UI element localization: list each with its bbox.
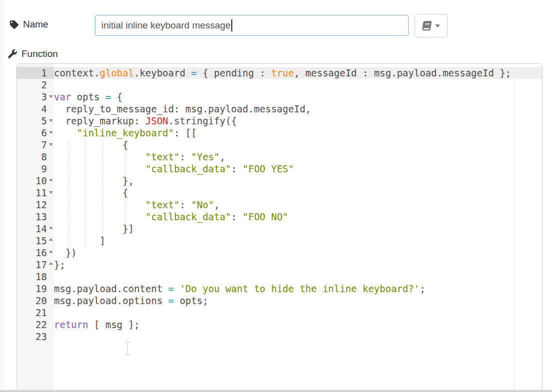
code-token: {: [54, 139, 128, 150]
name-label-group: Name: [10, 19, 48, 30]
indent-guide: [102, 223, 103, 234]
line-number: 1: [41, 67, 47, 78]
code-line[interactable]: var opts = {: [54, 91, 542, 103]
gutter-line-number[interactable]: 18: [17, 271, 54, 283]
code-line[interactable]: {: [54, 139, 542, 151]
gutter-line-number[interactable]: 17: [17, 259, 54, 271]
gutter-line-number[interactable]: 2: [17, 79, 54, 91]
gutter-line-number[interactable]: 23: [17, 331, 54, 343]
gutter-line-number[interactable]: 9: [17, 163, 54, 175]
fold-open-icon[interactable]: [49, 119, 53, 122]
code-line[interactable]: ]: [54, 235, 542, 247]
gutter-line-number[interactable]: 1: [17, 67, 54, 79]
code-line[interactable]: }]: [54, 223, 542, 235]
line-number: 13: [35, 211, 47, 222]
code-line[interactable]: [54, 331, 542, 343]
code-line[interactable]: [54, 307, 542, 319]
code-token: 'Do you want to hide the inline keyboard…: [180, 283, 420, 294]
line-number: 16: [35, 247, 47, 258]
gutter-line-number[interactable]: 10: [17, 175, 54, 187]
gutter-line-number[interactable]: 5: [17, 115, 54, 127]
line-number: 2: [41, 79, 47, 90]
code-token: "FOO YES": [243, 163, 294, 174]
gutter-line-number[interactable]: 7: [17, 139, 54, 151]
gutter-line-number[interactable]: 16: [17, 247, 54, 259]
code-token: "No": [191, 199, 214, 210]
mouse-ibeam-cursor: [123, 342, 131, 356]
indent-guide: [68, 235, 68, 246]
indent-guide: [68, 163, 68, 174]
code-line[interactable]: reply_to_message_id: msg.payload.message…: [54, 103, 542, 115]
fold-open-icon[interactable]: [49, 95, 53, 98]
fold-open-icon[interactable]: [49, 131, 53, 134]
gutter-line-number[interactable]: 22: [17, 319, 54, 331]
indent-guide: [85, 235, 85, 246]
indent-guide: [102, 199, 103, 210]
gutter-line-number[interactable]: 15: [17, 235, 54, 247]
code-line[interactable]: [54, 79, 542, 91]
code-line[interactable]: };: [54, 259, 542, 271]
indent-guide: [125, 211, 125, 222]
function-code-editor[interactable]: 1234567891011121314151617181920212223 co…: [16, 63, 543, 391]
name-input[interactable]: initial inline keyboard message: [95, 15, 409, 36]
indent-guide: [68, 187, 68, 198]
indent-guide: [102, 175, 103, 186]
line-number: 10: [35, 175, 47, 186]
gutter-line-number[interactable]: 12: [17, 199, 54, 211]
code-line[interactable]: return [ msg ];: [54, 319, 542, 331]
code-line[interactable]: },: [54, 175, 542, 187]
gutter-line-number[interactable]: 21: [17, 307, 54, 319]
code-line[interactable]: msg.payload.options = opts;: [54, 295, 542, 307]
code-token: .stringify({: [168, 115, 237, 126]
fold-end-icon[interactable]: [49, 250, 53, 253]
gutter-line-number[interactable]: 13: [17, 211, 54, 223]
fold-end-icon[interactable]: [49, 262, 53, 265]
code-line[interactable]: "callback_data": "FOO YES": [54, 163, 542, 175]
gutter-line-number[interactable]: 8: [17, 151, 54, 163]
gutter-line-number[interactable]: 6: [17, 127, 54, 139]
line-number: 21: [35, 307, 47, 318]
gutter-line-number[interactable]: 3: [17, 91, 54, 103]
fold-open-icon[interactable]: [49, 143, 53, 146]
code-token: :: [180, 199, 191, 210]
gutter-line-number[interactable]: 4: [17, 103, 54, 115]
line-number: 11: [35, 187, 47, 198]
code-line[interactable]: reply_markup: JSON.stringify({: [54, 115, 542, 127]
code-line[interactable]: {: [54, 187, 542, 199]
line-number: 19: [35, 283, 47, 294]
indent-guide: [102, 187, 103, 198]
code-line[interactable]: msg.payload.content = 'Do you want to hi…: [54, 283, 542, 295]
code-token: =: [168, 295, 174, 306]
library-button[interactable]: [415, 14, 448, 37]
gutter-line-number[interactable]: 20: [17, 295, 54, 307]
fold-end-icon[interactable]: [49, 238, 53, 241]
caret-down-icon: [435, 24, 440, 27]
code-line[interactable]: "text": "Yes",: [54, 151, 542, 163]
fold-end-icon[interactable]: [49, 226, 53, 229]
code-line[interactable]: "text": "No",: [54, 199, 542, 211]
line-number: 6: [41, 127, 47, 138]
code-line[interactable]: "callback_data": "FOO NO": [54, 211, 542, 223]
code-token: global: [100, 67, 134, 78]
fold-open-icon[interactable]: [49, 191, 53, 194]
code-line[interactable]: }): [54, 247, 542, 259]
gutter-line-number[interactable]: 19: [17, 283, 54, 295]
indent-guide: [68, 199, 68, 210]
line-number: 9: [41, 163, 47, 174]
gutter-line-number[interactable]: 11: [17, 187, 54, 199]
code-token: opts: [71, 91, 105, 102]
code-lines: context.global.keyboard = { pending : tr…: [54, 67, 542, 343]
code-token: ;: [420, 283, 425, 294]
code-line[interactable]: [54, 271, 542, 283]
line-number: 14: [35, 223, 47, 234]
line-number: 4: [41, 103, 47, 114]
code-line[interactable]: context.global.keyboard = { pending : tr…: [54, 67, 542, 79]
fold-end-icon[interactable]: [49, 178, 53, 181]
code-token: reply_markup:: [54, 115, 145, 126]
code-token: }]: [54, 223, 134, 234]
gutter[interactable]: 1234567891011121314151617181920212223: [17, 64, 54, 390]
code-token: "inline_keyboard": [77, 127, 174, 138]
gutter-line-number[interactable]: 14: [17, 223, 54, 235]
code-line[interactable]: "inline_keyboard": [[: [54, 127, 542, 139]
code-token: },: [54, 175, 134, 186]
